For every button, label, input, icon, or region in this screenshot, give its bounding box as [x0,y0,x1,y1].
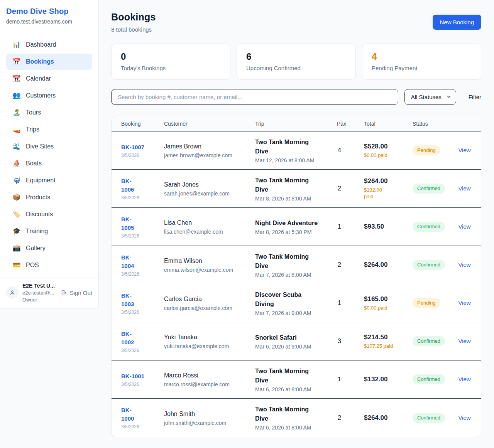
total-amount: $132.00 [364,376,409,383]
view-link[interactable]: View [458,223,470,230]
view-link[interactable]: View [458,376,470,382]
sidebar-item-products[interactable]: 📦 Products [6,189,92,205]
sidebar-item-customers[interactable]: 👥 Customers [6,88,92,104]
customers-icon: 👥 [12,91,21,100]
status-badge: Confirmed [413,184,445,194]
booking-id-link[interactable]: BK-1007 [121,143,144,152]
sidebar-item-dashboard[interactable]: 📊 Dashboard [6,37,92,53]
column-header-status: Status [409,121,457,127]
page-header: Bookings 8 total bookings New Booking [111,12,481,33]
customer-name: Lisa Chen [164,219,255,227]
status-badge: Confirmed [413,413,445,423]
total-amount: $528.00 [364,143,409,150]
user-info: E2E Test U... e2e-tester@... Owner [22,283,57,303]
view-link[interactable]: View [458,338,470,344]
sidebar-item-trips[interactable]: 🚤 Trips [6,121,92,138]
sidebar-item-label: Boats [26,159,42,168]
sign-out-button[interactable]: Sign Out [61,290,92,296]
table-header-row: Booking Customer Trip Pax Total Status [112,116,481,131]
booking-date: 3/5/2026 [121,348,164,353]
booking-id-link[interactable]: BK- 1005 [121,215,134,232]
stat-label: Pending Payment [372,65,472,71]
sidebar-item-tours[interactable]: 🏝️ Tours [6,104,92,121]
customer-email: yuki.tanaka@example.com [164,343,255,349]
trip-name: Two Tank Morning Dive [255,367,337,385]
table-row: BK- 1006 3/5/2026 Sarah Jones sarah.jone… [112,170,481,208]
customer-email: emma.wilson@example.com [164,267,255,273]
trip-name: Discover Scuba Diving [255,290,337,309]
customer-name: Marco Rossi [164,371,255,380]
stat-value: 4 [372,51,472,62]
sidebar-item-label: Trips [26,125,39,134]
trip-datetime: Mar 7, 2026 at 8:00 AM [255,272,337,278]
sidebar-item-label: Dive Sites [26,142,54,151]
customer-name: James Brown [164,142,255,151]
trip-datetime: Mar 6, 2026 at 8:00 AM [255,386,337,392]
booking-id-link[interactable]: BK- 1000 [121,406,134,423]
dashboard-icon: 📊 [12,40,21,49]
sidebar-item-label: Gallery [26,244,46,253]
status-badge: Confirmed [413,336,445,346]
view-link[interactable]: View [458,147,470,153]
avatar [6,286,19,299]
customer-email: carlos.garcia@example.com [164,305,255,311]
user-footer: E2E Test U... e2e-tester@... Owner Sign … [0,278,98,308]
booking-date: 3/5/2026 [121,233,164,239]
paid-amount: $132.00 paid [364,187,409,200]
user-role: Owner [22,297,57,303]
booking-id-link[interactable]: BK- 1002 [121,330,134,347]
pax-count: 2 [337,414,364,421]
customer-name: Carlos Garcia [164,295,255,303]
brand-header: Demo Dive Shop demo.test.divestreams.com [0,0,98,31]
booking-id-link[interactable]: BK- 1006 [121,177,134,194]
sidebar-item-label: Products [26,193,50,202]
equipment-icon: 🤿 [12,176,21,185]
view-link[interactable]: View [458,300,470,306]
sidebar-item-discounts[interactable]: 🏷️ Discounts [6,206,92,222]
status-filter-select[interactable]: All Statuses [404,89,456,105]
sidebar-item-label: Calendar [26,74,51,83]
sidebar-item-label: Training [26,227,48,236]
booking-id-link[interactable]: BK- 1004 [121,253,134,270]
sidebar-item-training[interactable]: 🎓 Training [6,223,92,239]
table-row: BK- 1002 3/5/2026 Yuki Tanaka yuki.tanak… [112,322,481,360]
view-link[interactable]: View [458,261,470,268]
booking-id-link[interactable]: BK- 1003 [121,291,134,308]
booking-date: 3/5/2026 [121,195,164,200]
view-link[interactable]: View [458,414,470,421]
new-booking-button[interactable]: New Booking [433,15,481,30]
person-icon [9,290,15,296]
stat-value: 0 [121,51,221,62]
booking-id-link[interactable]: BK-1001 [121,372,144,381]
sidebar-item-calendar[interactable]: 📆 Calendar [6,71,92,87]
calendar-icon: 📆 [12,74,21,83]
sidebar-item-equipment[interactable]: 🤿 Equipment [6,172,92,189]
column-header-trip: Trip [255,121,337,127]
sidebar-item-dive-sites[interactable]: 🌊 Dive Sites [6,138,92,155]
total-amount: $264.00 [364,414,409,422]
customer-email: sarah.jones@example.com [164,190,255,197]
sidebar-item-boats[interactable]: ⛵ Boats [6,155,92,172]
sidebar-item-gallery[interactable]: 📸 Gallery [6,240,92,256]
main-content: Bookings 8 total bookings New Booking 0 … [99,0,494,448]
pax-count: 1 [337,376,364,383]
trip-name: Two Tank Morning Dive [255,138,337,156]
stat-label: Upcoming Confirmed [246,65,346,71]
filter-button[interactable]: Filter [469,94,481,100]
view-link[interactable]: View [458,185,470,192]
bookings-icon: 📅 [12,57,21,66]
customer-name: John Smith [164,410,255,418]
sidebar-item-pos[interactable]: 💳 POS [6,257,92,273]
trip-datetime: Mar 8, 2026 at 8:00 AM [255,195,337,202]
search-input[interactable] [111,89,398,105]
booking-date: 3/5/2026 [121,271,164,277]
sidebar-item-label: Dashboard [26,40,56,49]
dive-sites-icon: 🌊 [12,142,21,151]
table-row: BK-1001 3/5/2026 Marco Rossi marco.rossi… [112,360,481,399]
stat-card-upcoming-confirmed: 6 Upcoming Confirmed [237,44,356,80]
stat-label: Today's Bookings [121,65,221,71]
trip-name: Snorkel Safari [255,333,337,342]
sidebar-item-bookings[interactable]: 📅 Bookings [6,54,92,70]
trip-name: Two Tank Morning Dive [255,252,337,271]
bookings-table: Booking Customer Trip Pax Total Status B… [111,116,481,437]
